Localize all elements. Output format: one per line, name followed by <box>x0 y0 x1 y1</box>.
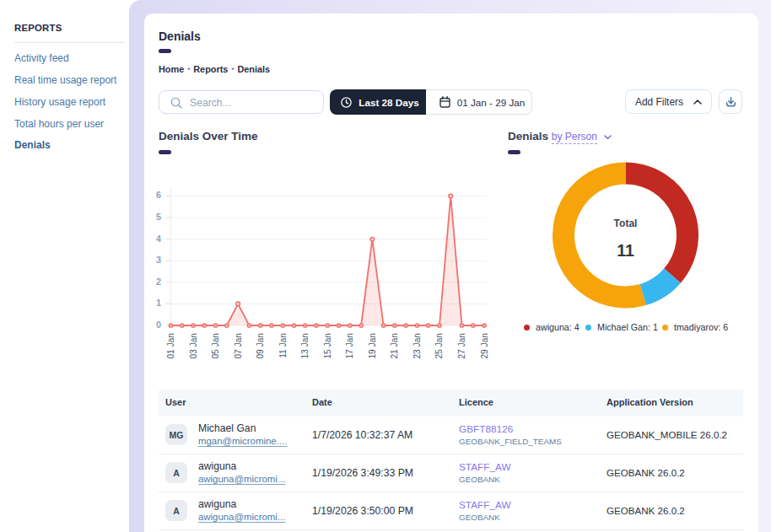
svg-text:4: 4 <box>156 234 161 244</box>
svg-text:Total: Total <box>614 218 638 229</box>
svg-text:09 Jan: 09 Jan <box>256 333 265 359</box>
svg-text:05 Jan: 05 Jan <box>211 333 220 359</box>
svg-text:2: 2 <box>156 277 161 287</box>
svg-text:6: 6 <box>156 190 161 200</box>
svg-text:11 Jan: 11 Jan <box>278 333 288 358</box>
svg-text:3: 3 <box>156 255 161 265</box>
svg-text:11: 11 <box>617 241 634 260</box>
svg-text:15 Jan: 15 Jan <box>323 333 332 359</box>
svg-text:1: 1 <box>156 298 161 308</box>
svg-text:25 Jan: 25 Jan <box>434 333 444 359</box>
svg-text:19 Jan: 19 Jan <box>368 333 377 359</box>
svg-text:27 Jan: 27 Jan <box>457 333 466 359</box>
svg-text:03 Jan: 03 Jan <box>189 333 198 359</box>
svg-text:17 Jan: 17 Jan <box>345 333 354 359</box>
svg-text:23 Jan: 23 Jan <box>412 333 422 359</box>
svg-text:07 Jan: 07 Jan <box>234 333 243 359</box>
svg-text:21 Jan: 21 Jan <box>390 333 399 359</box>
svg-text:5: 5 <box>156 212 161 222</box>
svg-text:0: 0 <box>156 320 161 330</box>
svg-text:01 Jan: 01 Jan <box>166 333 175 359</box>
svg-text:29 Jan: 29 Jan <box>480 333 489 359</box>
svg-text:13 Jan: 13 Jan <box>300 333 310 359</box>
